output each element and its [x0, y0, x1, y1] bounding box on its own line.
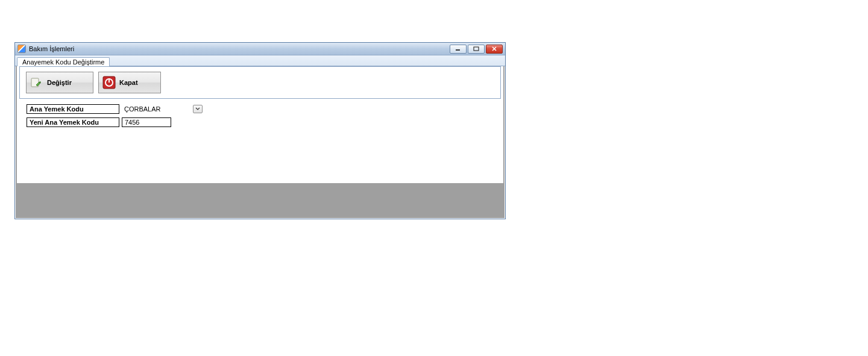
titlebar: Bakım İşlemleri [15, 43, 505, 55]
combo-dropdown-button[interactable] [193, 105, 203, 113]
ana-yemek-kodu-value: ÇORBALAR [122, 104, 193, 114]
window-title: Bakım İşlemleri [29, 45, 450, 52]
ana-yemek-kodu-combo[interactable]: ÇORBALAR [122, 104, 203, 114]
toolbar: Değiştir Kapat [19, 66, 501, 99]
close-button[interactable]: Kapat [98, 72, 161, 93]
maximize-icon [473, 46, 479, 51]
form-area: Ana Yemek Kodu ÇORBALAR Yeni Ana Yemek K… [19, 99, 501, 142]
close-button-label: Kapat [119, 79, 138, 86]
yeni-ana-yemek-kodu-label: Yeni Ana Yemek Kodu [27, 117, 119, 127]
chevron-down-icon [195, 107, 200, 111]
row-yeni-ana-yemek-kodu: Yeni Ana Yemek Kodu 7456 [27, 117, 494, 128]
tab-label: Anayemek Kodu Değiştirme [22, 58, 104, 66]
yeni-ana-yemek-kodu-input[interactable]: 7456 [122, 117, 171, 127]
row-ana-yemek-kodu: Ana Yemek Kodu ÇORBALAR [27, 104, 494, 114]
window-buttons [450, 45, 503, 54]
change-icon [30, 76, 43, 89]
minimize-button[interactable] [450, 45, 467, 54]
ana-yemek-kodu-label: Ana Yemek Kodu [27, 104, 119, 114]
maximize-button[interactable] [468, 45, 485, 54]
change-button[interactable]: Değiştir [26, 72, 93, 93]
spacer [19, 142, 501, 183]
svg-point-5 [39, 81, 40, 83]
app-icon [17, 45, 26, 53]
power-icon [102, 76, 116, 89]
close-icon [491, 46, 497, 51]
minimize-icon [455, 46, 461, 51]
tabstrip: Anayemek Kodu Değiştirme [15, 55, 505, 66]
client-area: Değiştir Kapat Ana Yemek Kodu ÇORBALAR [17, 66, 503, 183]
app-window: Bakım İşlemleri Anayemek Kodu De [14, 42, 506, 219]
svg-rect-0 [456, 49, 460, 51]
svg-rect-1 [474, 47, 479, 51]
tab-anayemek-kodu-degistirme[interactable]: Anayemek Kodu Değiştirme [17, 57, 110, 66]
close-window-button[interactable] [486, 45, 503, 54]
change-button-label: Değiştir [47, 79, 72, 86]
